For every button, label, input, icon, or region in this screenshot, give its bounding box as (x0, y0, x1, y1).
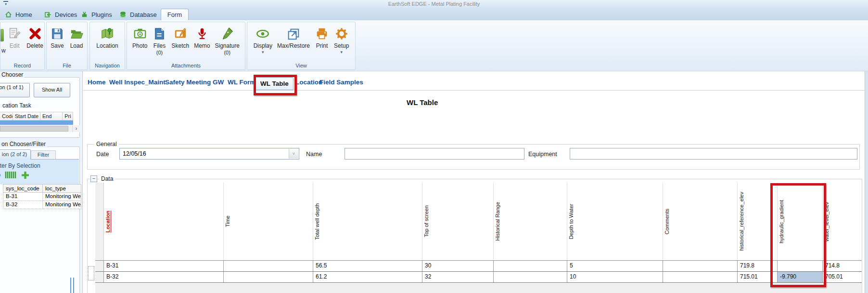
name-field[interactable] (345, 148, 524, 160)
row-gutter-cell[interactable] (95, 261, 104, 271)
ribbon-tab-form[interactable]: Form (161, 9, 189, 20)
tab-selection[interactable]: ion (2 of 2) (0, 149, 31, 160)
cell-comments[interactable] (663, 261, 737, 271)
ribbon-group-file: Save Load File (46, 22, 88, 70)
cell-depth-to-water[interactable]: 5 (567, 261, 663, 271)
new-button-partial-icon[interactable] (0, 29, 4, 41)
cell-top-of-screen[interactable]: 30 (422, 261, 493, 271)
location-task-label: cation Task (1, 102, 33, 109)
location-row[interactable]: B-31 Monitoring Well (3, 193, 81, 201)
photo-button[interactable]: Photo (131, 27, 149, 55)
column-header-historical-range[interactable]: Historical Range (493, 183, 567, 260)
location-button[interactable]: Location (95, 27, 119, 49)
files-button[interactable]: Files (0) (151, 27, 168, 55)
collapse-data-button[interactable]: − (90, 175, 97, 182)
delete-button[interactable]: Delete (25, 27, 45, 49)
form-tab-home[interactable]: Home (88, 79, 106, 89)
column-header-comments[interactable]: Comments (663, 183, 737, 260)
form-tab-well-inspec-maint[interactable]: Well Inspec_Maint (109, 79, 166, 89)
col-sys-loc-code[interactable]: sys_loc_code (3, 184, 43, 193)
memo-button[interactable]: Memo (192, 27, 211, 55)
cell-total-well-depth[interactable]: 56.5 (313, 261, 422, 271)
cell-location[interactable]: B-31 (104, 261, 223, 271)
edit-button[interactable]: Edit (6, 27, 23, 49)
map-location-icon (100, 27, 115, 41)
ribbon-tab-home[interactable]: Home (1, 9, 36, 20)
row-header-gutter (95, 183, 104, 260)
task-col-code[interactable]: Code (0, 112, 13, 120)
cell-location[interactable]: B-32 (104, 272, 223, 282)
cell-total-well-depth[interactable]: 61.2 (313, 272, 422, 282)
record-selector-marker[interactable] (88, 266, 94, 280)
show-all-button[interactable]: Show All (34, 83, 70, 97)
window-right-edge (865, 71, 868, 293)
date-value: 12/05/16 (123, 150, 146, 157)
setup-button[interactable]: Setup ▼ (332, 27, 350, 54)
display-dropdown-caret[interactable]: ▼ (261, 50, 265, 54)
group-label-view: View (247, 63, 355, 68)
setup-dropdown-caret[interactable]: ▼ (340, 50, 344, 54)
form-tab-location[interactable]: Location (295, 79, 322, 89)
sketch-button[interactable]: Sketch (170, 27, 191, 55)
tab-filter[interactable]: Filter (31, 150, 56, 160)
cell-time[interactable] (223, 261, 313, 271)
group-label-navigation: Navigation (90, 63, 125, 68)
delete-icon (28, 27, 42, 41)
date-combobox[interactable]: 12/05/16 ˅ (119, 148, 299, 160)
form-tab-safety-meeting[interactable]: Safety Meeting (165, 79, 211, 89)
chooser-group-label: Chooser (0, 71, 25, 78)
column-header-water-level-elev[interactable]: water_level_elev (822, 183, 862, 260)
splitter-handle[interactable] (70, 278, 74, 293)
signature-pen-icon (220, 27, 234, 41)
display-button[interactable]: Display ▼ (252, 27, 274, 54)
sketch-icon (173, 27, 188, 41)
column-header-total-well-depth[interactable]: Total well depth (313, 183, 422, 260)
location-row[interactable]: B-32 Monitoring Well (3, 201, 81, 209)
equipment-field[interactable] (570, 148, 857, 160)
max-restore-icon (286, 27, 301, 41)
cell-comments[interactable] (663, 272, 737, 282)
form-tab-wl-form[interactable]: WL Form (228, 79, 255, 89)
form-tab-field-samples[interactable]: Field Samples (319, 79, 363, 89)
selection-button-truncated[interactable]: ction (1 of 1) (0, 83, 30, 97)
cell-top-of-screen[interactable]: 32 (422, 272, 493, 282)
cell-water-level-elev[interactable]: 714.8 (822, 261, 862, 271)
save-button[interactable]: Save (49, 27, 66, 49)
add-icon[interactable] (21, 171, 29, 181)
task-col-start-date[interactable]: Start Date (13, 112, 40, 120)
barcode-icon[interactable] (5, 171, 18, 181)
scrollbar-thumb[interactable] (0, 126, 68, 132)
cell-water-level-elev[interactable]: 705.01 (822, 272, 862, 282)
column-header-location[interactable]: Location (104, 183, 223, 260)
column-header-time[interactable]: Time (223, 183, 313, 260)
location-grid-header: sys_loc_code loc_type (3, 184, 81, 193)
task-col-end-date[interactable]: End Date (40, 112, 63, 120)
task-col-pri[interactable]: Pri (63, 112, 73, 120)
signature-button[interactable]: Signature (0) (214, 27, 241, 55)
row-gutter-cell[interactable] (95, 272, 104, 282)
col-loc-type[interactable]: loc_type (43, 184, 81, 193)
group-label-file: File (47, 63, 87, 68)
form-tab-gw[interactable]: GW (213, 79, 224, 89)
cell-historical-range[interactable] (493, 272, 567, 282)
column-header-depth-to-water[interactable]: Depth to Water (567, 183, 663, 260)
task-selected-row[interactable] (0, 120, 73, 125)
column-header-top-of-screen[interactable]: Top of screen (422, 183, 493, 260)
ribbon-tab-devices[interactable]: Devices (40, 9, 81, 20)
cell-depth-to-water[interactable]: 10 (567, 272, 663, 282)
location-chooser-filter-label: on Chooser/Filter (0, 141, 47, 147)
equipment-label: Equipment (528, 151, 557, 158)
location-grid: sys_loc_code loc_type B-31 Monitoring We… (3, 184, 81, 209)
print-button[interactable]: Print (313, 27, 331, 54)
chevron-down-icon[interactable]: ˅ (289, 149, 298, 159)
ribbon-tab-database[interactable]: Database (115, 9, 161, 20)
max-restore-button[interactable]: Max/Restore (276, 27, 311, 54)
task-horizontal-scrollbar[interactable]: › (0, 125, 80, 132)
scroll-right-arrow-icon[interactable]: › (72, 125, 80, 132)
load-button[interactable]: Load (68, 27, 85, 49)
ribbon-tab-plugins[interactable]: Plugins (77, 9, 116, 20)
new-button-partial-label[interactable]: w (1, 47, 6, 54)
cell-historical-range[interactable] (493, 261, 567, 271)
dot-icon[interactable] (0, 173, 0, 177)
cell-time[interactable] (223, 272, 313, 282)
